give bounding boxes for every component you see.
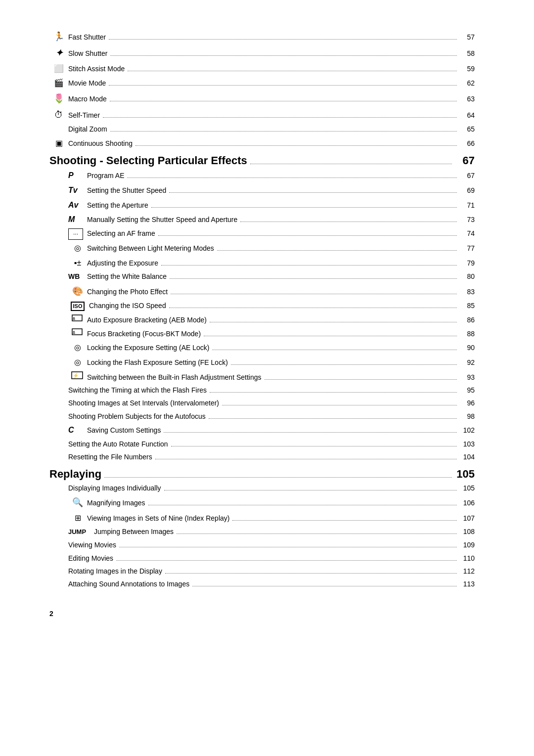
- toc-dots: [103, 117, 457, 118]
- toc-slow-shutter-page: 58: [460, 48, 475, 59]
- flash-adj-svg-icon: ⚡: [71, 371, 84, 380]
- toc-magnify: 🔍 Magnifying Images 106: [49, 495, 475, 510]
- toc-manual-setting-label: Manually Setting the Shutter Speed and A…: [87, 214, 237, 225]
- toc-sound-annotations-label: Attaching Sound Annotations to Images: [68, 578, 189, 589]
- toc-stitch-assist: ⬜ Stitch Assist Mode 59: [49, 62, 475, 75]
- tv-icon: Tv: [68, 184, 87, 197]
- toc-exposure: ▪± Adjusting the Exposure 79: [49, 257, 475, 269]
- toc-autofocus-problem: Shooting Problem Subjects for the Autofo…: [49, 411, 475, 422]
- iso-icon: ISO: [68, 302, 87, 311]
- toc-movie-mode-page: 62: [460, 78, 475, 89]
- toc-shutter-speed-page: 69: [460, 185, 475, 196]
- fe-lock-icon: ◎: [68, 356, 87, 369]
- toc-aeb-label: Auto Exposure Bracketing (AEB Mode): [87, 314, 207, 325]
- toc-magnify-label: Magnifying Images: [87, 497, 145, 508]
- page-number-bottom: 2: [49, 610, 475, 618]
- continuous-shooting-icon: ▣: [49, 137, 68, 150]
- program-ae-icon: P: [68, 169, 87, 182]
- toc-dots: [127, 178, 457, 178]
- toc-stitch-assist-label: Stitch Assist Mode: [68, 63, 125, 74]
- self-timer-icon: ⏱: [49, 108, 68, 122]
- toc-shutter-speed-label: Setting the Shutter Speed: [87, 185, 166, 196]
- toc-custom-settings: C Saving Custom Settings 102: [49, 424, 475, 437]
- section-shooting-effects: Shooting - Selecting Particular Effects …: [49, 154, 475, 167]
- toc-exposure-label: Adjusting the Exposure: [87, 258, 158, 268]
- stitch-assist-icon: ⬜: [49, 62, 68, 75]
- toc-light-metering-page: 77: [460, 243, 475, 254]
- toc-dots: [204, 336, 457, 336]
- toc-aeb-page: 86: [460, 314, 475, 325]
- toc-af-frame-label: Selecting an AF frame: [87, 228, 155, 239]
- toc-flash-timing-page: 95: [460, 385, 475, 396]
- toc-sound-annotations-page: 113: [460, 578, 475, 589]
- toc-digital-zoom: Digital Zoom 65: [49, 124, 475, 134]
- toc-jump-page: 108: [460, 526, 475, 537]
- toc-flash-adjustment-page: 93: [460, 372, 475, 383]
- toc-view-movies: Viewing Movies 109: [49, 539, 475, 550]
- toc-dots: [232, 520, 457, 521]
- toc-dots: [165, 573, 457, 574]
- toc-dots: [158, 235, 457, 236]
- toc-index-replay-page: 107: [460, 513, 475, 524]
- toc-rotate-images-page: 112: [460, 566, 475, 577]
- toc-aperture-page: 71: [460, 200, 475, 211]
- toc-dots: [170, 278, 457, 279]
- toc-self-timer-page: 64: [460, 110, 475, 121]
- toc-af-frame-page: 74: [460, 228, 475, 239]
- toc-self-timer: ⏱ Self-Timer 64: [49, 108, 475, 122]
- toc-af-frame: ··· Selecting an AF frame 74: [49, 228, 475, 240]
- toc-dots: [164, 432, 457, 433]
- toc-dots: [222, 405, 457, 405]
- toc-file-numbers: Resetting the File Numbers 104: [49, 451, 475, 462]
- toc-slow-shutter-label: Slow Shutter: [68, 48, 107, 59]
- toc-manual-setting-page: 73: [460, 214, 475, 225]
- toc-dots: [240, 222, 457, 222]
- toc-photo-effect: 🎨 Changing the Photo Effect 83: [49, 284, 475, 299]
- toc-flash-timing: Switching the Timing at which the Flash …: [49, 385, 475, 396]
- toc-fe-lock: ◎ Locking the Flash Exposure Setting (FE…: [49, 356, 475, 369]
- toc-fast-shutter: 🏃 Fast Shutter 57: [49, 30, 475, 44]
- toc-intervalometer-page: 96: [460, 398, 475, 408]
- toc-dots: [171, 446, 457, 446]
- av-icon: Av: [68, 199, 87, 212]
- toc-rotate-images: Rotating Images in the Display 112: [49, 566, 475, 577]
- toc-manual-setting: M Manually Setting the Shutter Speed and…: [49, 213, 475, 226]
- flash-adjustment-icon: ⚡: [68, 371, 87, 380]
- toc-dots: [110, 131, 457, 132]
- section-replaying-page: 105: [455, 468, 475, 481]
- toc-auto-rotate-label: Setting the Auto Rotate Function: [68, 439, 168, 449]
- toc-dots: [151, 207, 457, 208]
- toc-dots: [109, 39, 457, 40]
- toc-macro-mode-label: Macro Mode: [68, 93, 107, 104]
- section-dots: [104, 477, 452, 478]
- wb-icon: WB: [68, 271, 87, 282]
- toc-dots: [169, 308, 457, 308]
- aeb-svg-icon: ±: [72, 313, 84, 322]
- section-shooting-effects-page: 67: [455, 154, 475, 167]
- toc-file-numbers-label: Resetting the File Numbers: [68, 451, 152, 462]
- toc-light-metering: ◎ Switching Between Light Metering Modes…: [49, 242, 475, 255]
- toc-movie-mode: 🎬 Movie Mode 62: [49, 77, 475, 89]
- index-replay-icon: ⊞: [68, 512, 87, 525]
- toc-exposure-page: 79: [460, 258, 475, 268]
- toc-program-ae-page: 67: [460, 170, 475, 181]
- toc-iso-speed: ISO Changing the ISO Speed 85: [49, 300, 475, 311]
- magnify-icon: 🔍: [68, 495, 87, 510]
- toc-program-ae-label: Program AE: [87, 170, 124, 181]
- toc-fast-shutter-page: 57: [460, 32, 475, 43]
- toc-slow-shutter: ✦ Slow Shutter 58: [49, 46, 475, 60]
- toc-white-balance-label: Setting the White Balance: [87, 271, 167, 282]
- section-dots: [250, 164, 452, 164]
- toc-photo-effect-page: 83: [460, 286, 475, 297]
- aeb-icon: ±: [68, 313, 87, 322]
- toc-autofocus-problem-label: Shooting Problem Subjects for the Autofo…: [68, 411, 206, 422]
- light-metering-icon: ◎: [68, 242, 87, 255]
- toc-autofocus-problem-page: 98: [460, 411, 475, 422]
- toc-dots: [171, 294, 457, 294]
- toc-view-movies-label: Viewing Movies: [68, 539, 116, 550]
- toc-edit-movies-label: Editing Movies: [68, 553, 113, 564]
- toc-jump-label: Jumping Between Images: [94, 526, 174, 537]
- ae-lock-icon: ◎: [68, 341, 87, 354]
- toc-shutter-speed: Tv Setting the Shutter Speed 69: [49, 184, 475, 197]
- toc-edit-movies: Editing Movies 110: [49, 553, 475, 564]
